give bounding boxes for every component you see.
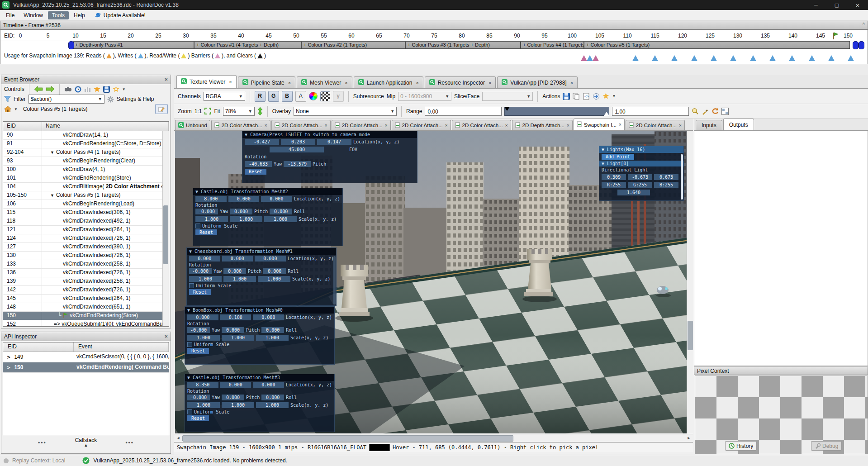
uniform-scale-checkbox[interactable] — [187, 342, 192, 347]
usage-marker-icon[interactable] — [789, 55, 795, 61]
update-available[interactable]: Update Available! — [95, 12, 146, 19]
home-icon[interactable] — [4, 106, 11, 112]
usage-marker-icon[interactable] — [652, 55, 658, 61]
texture-tab[interactable]: 2D Color Attach...× — [332, 120, 391, 130]
event-row[interactable]: 101vkCmdEndRendering(Store) — [3, 174, 169, 183]
usage-marker-icon[interactable] — [691, 55, 697, 61]
tab-close-icon[interactable]: × — [445, 123, 448, 128]
range-black-point-handle[interactable] — [504, 107, 510, 111]
range-white-point-handle[interactable] — [604, 112, 609, 116]
edit-bookmarks-button[interactable] — [155, 104, 168, 114]
scrollbar-thumb[interactable] — [163, 205, 168, 264]
usage-marker-icon[interactable] — [730, 55, 736, 61]
event-row[interactable]: 104vkCmdBlitImage( 2D Color Attachment 4… — [3, 183, 169, 191]
scale-value-box[interactable]: 1.000 — [264, 216, 297, 222]
copy-icon[interactable] — [573, 93, 580, 100]
rotation-value-box[interactable]: -0.000 — [187, 395, 210, 400]
usage-marker-icon[interactable] — [848, 55, 854, 61]
usage-marker-icon[interactable] — [671, 55, 678, 61]
event-row[interactable]: 118vkCmdDrawIndexed(492, 1) — [3, 217, 169, 226]
channel-b-button[interactable]: B — [282, 91, 293, 102]
event-row[interactable]: 148vkCmdDrawIndexed(651, 1) — [3, 303, 169, 312]
event-row[interactable]: 93vkCmdBeginRendering(Clear) — [3, 157, 169, 166]
rotation-value-box[interactable]: 0.000 — [222, 395, 244, 400]
location-value-box[interactable]: 8.350 — [187, 382, 218, 388]
chevron-down-icon[interactable]: ▼ — [50, 150, 54, 155]
event-row[interactable]: 91vkCmdEndRendering(C=Store, D=Store) — [3, 140, 169, 148]
light0-header[interactable]: ▼ Light[0] — [599, 161, 683, 166]
rotation-value-box[interactable]: 0.000 — [222, 327, 244, 333]
timeline-title-bar[interactable]: Timeline - Frame #2536 ^ — [0, 21, 868, 29]
texture-tab[interactable]: 2D Color Attach...× — [271, 120, 331, 130]
api-call-list[interactable]: EID Event >149vkCmdSetScissor(0, { { { 0… — [3, 342, 169, 435]
camera-yaw-box[interactable]: -40.633 — [245, 161, 272, 167]
usage-marker-icon[interactable] — [593, 55, 599, 61]
callstack-tab[interactable]: Callstack — [75, 437, 97, 443]
event-list-header[interactable]: EID Name — [3, 122, 169, 131]
zoom-level-select[interactable]: 78%▼ — [223, 107, 255, 116]
usage-marker-icon[interactable] — [828, 55, 835, 61]
texture-horizontal-scrollbar[interactable]: ◄ ► — [174, 434, 693, 442]
event-row[interactable]: 121vkCmdDrawIndexed(264, 1) — [3, 226, 169, 234]
texture-tab[interactable]: Unbound — [175, 120, 210, 130]
uniform-scale-checkbox[interactable] — [195, 223, 200, 228]
overlay-panel-title[interactable]: ▼ Castle.obj Transformation Mesh#3 — [185, 374, 334, 381]
scale-value-box[interactable]: 1.000 — [187, 402, 220, 408]
texture-image-view[interactable]: ▼ Camera(Press LSHIFT to switch to camer… — [175, 131, 692, 433]
texture-tab[interactable]: 2D Color Attach...× — [626, 120, 685, 130]
settings-help-label[interactable]: Settings & Help — [117, 96, 154, 102]
event-list-scrollbar[interactable] — [162, 131, 169, 326]
location-value-box[interactable]: 0.000 — [255, 256, 286, 262]
range-max-input[interactable]: 1.00 — [612, 107, 689, 116]
scrollbar-thumb[interactable] — [688, 321, 693, 350]
timeline-pass-segment[interactable]: + Depth-only Pass #1 — [73, 41, 194, 49]
filter-input[interactable]: $action() ▼ — [28, 95, 104, 104]
timeline-pass-segment[interactable]: + Colour Pass #1 (4 Targets + Depth) — [194, 41, 301, 49]
rotation-value-box[interactable]: 0.000 — [270, 209, 292, 214]
timing-icon[interactable] — [75, 86, 81, 93]
fit-label[interactable]: Fit — [214, 108, 220, 114]
overlay-panel-title[interactable]: ▼ Camera(Press LSHIFT to switch to camer… — [242, 131, 417, 138]
scale-value-box[interactable]: 1.000 — [187, 335, 220, 341]
save-texture-icon[interactable] — [563, 93, 570, 100]
column-eid[interactable]: EID — [3, 122, 42, 131]
camera-y-box[interactable]: 0.203 — [281, 139, 315, 145]
dock-dots-icon[interactable]: ••• — [38, 440, 47, 446]
settings-gear-icon[interactable] — [107, 96, 114, 103]
rotation-value-box[interactable]: 0.000 — [230, 209, 252, 214]
breadcrumb[interactable]: Colour Pass #5 (1 Targets) — [23, 106, 88, 112]
chevron-down-icon[interactable]: ▼ — [14, 107, 18, 111]
texture-tab[interactable]: 2D Depth Attach...× — [512, 120, 573, 130]
timeline-pass-segment[interactable]: + Colour Pass #3 (1 Targets + Depth) — [405, 41, 521, 49]
tab-close-icon[interactable]: × — [265, 123, 267, 128]
tab-launch-application[interactable]: Launch Application× — [354, 76, 423, 88]
event-row[interactable]: 142vkCmdDrawIndexed(726, 1) — [3, 286, 169, 295]
channel-a-button[interactable]: A — [295, 91, 306, 102]
event-browser-title-bar[interactable]: Event Browser × — [1, 75, 171, 84]
scale-value-box[interactable]: 1.000 — [258, 276, 290, 282]
tab-resource-inspector[interactable]: Resource Inspector× — [425, 76, 496, 88]
save-icon[interactable] — [103, 86, 110, 93]
scale-value-box[interactable]: 1.000 — [222, 402, 254, 408]
api-list-header[interactable]: EID Event — [3, 342, 169, 352]
tab-close-icon[interactable]: × — [489, 80, 491, 86]
expand-chevron-icon[interactable]: > — [7, 365, 10, 370]
tab-inputs[interactable]: Inputs — [696, 120, 722, 130]
tab-close-icon[interactable]: × — [385, 123, 388, 128]
overlay-panel-title[interactable]: ▼ Chessboard.obj Transformation Mesh#1 — [187, 248, 336, 255]
api-row[interactable]: >150vkCmdEndRendering( Command Buffe — [3, 362, 169, 373]
debug-button[interactable]: Debug — [811, 441, 842, 451]
event-row[interactable]: 150└ vkCmdEndRendering(Store) — [3, 312, 169, 320]
usage-marker-icon[interactable] — [632, 55, 639, 61]
chevron-down-icon[interactable]: ▼ — [50, 193, 54, 198]
timeline-pass-segment[interactable]: + Colour Pass #2 (1 Targets) — [301, 41, 405, 49]
timeline-ruler[interactable]: EID: 05101520253035404550556065707580859… — [0, 31, 868, 41]
tab-mesh-viewer[interactable]: Mesh Viewer× — [297, 76, 352, 88]
location-value-box[interactable]: 0.000 — [222, 256, 253, 262]
transform-overlay-panel[interactable]: ▼ Chessboard.obj Transformation Mesh#10.… — [186, 247, 337, 306]
close-icon[interactable] — [847, 0, 868, 10]
overlay-panel-title[interactable]: ▼ Lights(Max 16) — [599, 146, 683, 153]
camera-pitch-box[interactable]: -13.579 — [284, 161, 311, 167]
scale-value-box[interactable]: 1.000 — [256, 335, 289, 341]
overlay-panel-title[interactable]: ▼ Castle.obj Transformation Mesh#2 — [193, 188, 342, 195]
